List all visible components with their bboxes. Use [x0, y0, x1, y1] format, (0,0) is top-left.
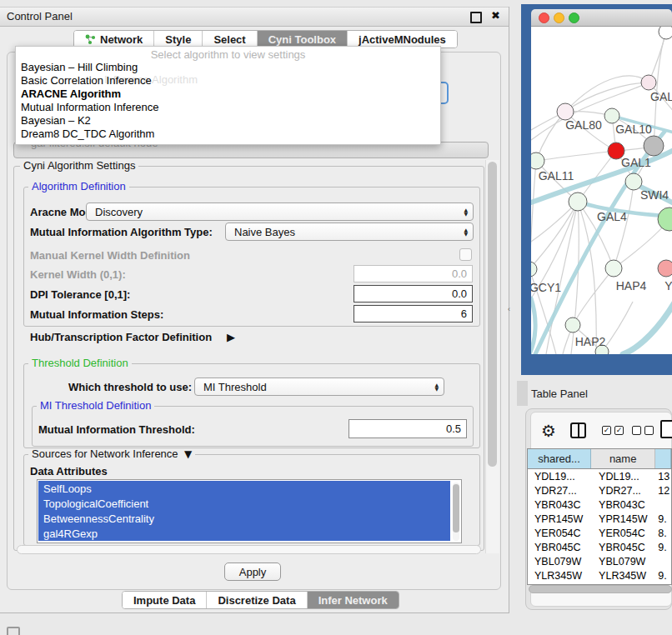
minimized-panel-icon[interactable] [7, 627, 20, 635]
cell[interactable]: YBR043C [528, 499, 591, 511]
node[interactable] [531, 152, 544, 169]
cell[interactable]: YBL079W [591, 556, 655, 568]
table-row[interactable]: YDL19... YDL19... 13 [528, 469, 671, 483]
tab-style[interactable]: Style [154, 31, 203, 48]
algorithm-option-selected[interactable]: ARACNE Algorithm [21, 88, 121, 101]
node[interactable] [565, 318, 580, 332]
cell[interactable]: 13 [655, 471, 671, 482]
algorithm-option[interactable]: Mutual Information Inference [21, 101, 158, 114]
gear-icon[interactable]: ⚙ [541, 421, 556, 441]
aracne-mode-select[interactable]: Discovery ▲▼ [86, 202, 474, 221]
list-item[interactable]: SelfLoops [38, 481, 450, 496]
network-canvas[interactable]: GAL GAL80 GAL10 GAL1 GAL11 SWI4 GAL4 GCY… [531, 27, 672, 354]
mi-type-select[interactable]: Naive Bayes ▲▼ [225, 222, 474, 241]
table-row[interactable]: YDR27... YDR27... 12 [528, 483, 671, 498]
which-threshold-select[interactable]: MI Threshold ▲▼ [194, 378, 444, 396]
node-label: GAL11 [539, 169, 574, 182]
dpi-tolerance-input[interactable]: 0.0 [354, 285, 473, 302]
cell[interactable]: 9. [655, 513, 671, 525]
node[interactable] [659, 27, 672, 39]
cell[interactable]: 9. [655, 570, 671, 582]
cell[interactable]: YDR27... [528, 485, 591, 497]
tab-cyni-toolbox[interactable]: Cyni Toolbox [258, 31, 348, 48]
column-header[interactable]: name [591, 449, 655, 468]
cell[interactable]: YLR345W [528, 570, 591, 582]
table-row[interactable]: YLR345W YLR345W 9. [528, 568, 671, 582]
table-horizontal-scrollbar[interactable] [529, 585, 672, 593]
scrollbar-thumb[interactable] [488, 162, 497, 467]
hub-expander-label[interactable]: Hub/Transcription Factor Definition [30, 331, 212, 343]
zoom-traffic-light[interactable] [569, 12, 579, 23]
manual-kernel-checkbox[interactable] [459, 248, 472, 261]
minimize-traffic-light[interactable] [554, 12, 564, 23]
algorithm-option[interactable]: Bayesian – Hill Climbing [21, 61, 138, 74]
node[interactable] [641, 75, 656, 90]
apply-button[interactable]: Apply [224, 562, 281, 581]
table-row[interactable]: YBR043C YBR043C [528, 498, 671, 512]
cell[interactable]: YLR345W [591, 570, 655, 582]
mi-threshold-input[interactable]: 0.5 [349, 419, 467, 438]
tab-network[interactable]: Network [74, 31, 154, 48]
tab-jactivemnodules[interactable]: jActiveMNodules [348, 31, 457, 48]
node[interactable] [557, 103, 574, 120]
tab-impute-data[interactable]: Impute Data [123, 592, 207, 608]
show-columns-icon[interactable]: ✓ ✓ [602, 426, 624, 435]
node[interactable] [625, 173, 642, 190]
cell[interactable]: YER054C [528, 528, 591, 539]
export-table-icon[interactable] [660, 420, 672, 438]
cell[interactable]: YDL19... [591, 471, 655, 482]
settings-vertical-scrollbar[interactable] [485, 160, 499, 553]
list-item[interactable]: gal4RGexp [38, 526, 450, 541]
cell[interactable]: 12 [655, 485, 671, 497]
data-attributes-list: SelfLoops TopologicalCoefficient Between… [37, 479, 462, 543]
cyni-algorithm-settings-title: Cyni Algorithm Settings [20, 160, 138, 172]
splitter-collapse-handle[interactable]: ‹ [508, 305, 510, 313]
cell[interactable]: YPR145W [591, 513, 655, 525]
column-header[interactable] [655, 449, 671, 468]
list-item[interactable]: BetweennessCentrality [38, 511, 450, 526]
table-row[interactable]: YBL079W YBL079W [528, 554, 671, 568]
node[interactable] [531, 262, 537, 277]
node[interactable] [658, 208, 672, 231]
table-row[interactable]: YER054C YER054C 8. [528, 526, 671, 540]
cell[interactable]: YBR045C [591, 542, 655, 553]
node[interactable] [605, 260, 622, 277]
node[interactable] [658, 260, 672, 277]
cell[interactable]: YPR145W [528, 513, 591, 525]
table-row[interactable]: YBR045C YBR045C 9. [528, 540, 671, 554]
tab-discretize-data[interactable]: Discretize Data [207, 592, 307, 608]
sources-expanded-icon[interactable]: ▼ [181, 448, 195, 460]
algorithm-option[interactable]: Bayesian – K2 [21, 114, 91, 128]
algorithm-option[interactable]: Dream8 DC_TDC Algorithm [21, 128, 154, 141]
float-window-icon[interactable] [470, 12, 482, 23]
cell[interactable]: 9. [655, 542, 671, 553]
list-vertical-scrollbar[interactable] [453, 482, 459, 541]
cell[interactable]: 8. [655, 528, 671, 539]
settings-horizontal-scrollbar[interactable] [17, 545, 481, 554]
tab-infer-network[interactable]: Infer Network [308, 592, 399, 608]
cell[interactable]: YER054C [591, 528, 655, 539]
list-item[interactable]: TopologicalCoefficient [38, 496, 450, 511]
tab-select[interactable]: Select [203, 31, 257, 48]
cell[interactable]: YDL19... [528, 471, 591, 482]
node[interactable] [604, 108, 619, 123]
cell[interactable]: YBL079W [528, 556, 591, 568]
hide-columns-icon[interactable] [632, 426, 654, 435]
cell[interactable]: YBR045C [528, 542, 591, 553]
network-graph: GAL GAL80 GAL10 GAL1 GAL11 SWI4 GAL4 GCY… [531, 27, 672, 354]
close-traffic-light[interactable] [539, 12, 549, 23]
sources-title[interactable]: Sources for Network Inference [28, 448, 182, 460]
kernel-width-input[interactable]: 0.0 [354, 265, 473, 282]
node[interactable] [644, 136, 664, 156]
network-window-titlebar[interactable] [531, 9, 672, 27]
cell[interactable]: YBR043C [591, 499, 655, 511]
node[interactable] [569, 192, 587, 211]
expander-collapsed-icon[interactable]: ▶ [227, 331, 235, 343]
node-label: SWI4 [640, 188, 669, 202]
table-row[interactable]: YPR145W YPR145W 9. [528, 512, 671, 526]
mi-steps-input[interactable]: 6 [354, 305, 473, 322]
close-icon[interactable]: ✖ [491, 9, 500, 22]
columns-icon[interactable] [570, 422, 586, 438]
column-header[interactable]: shared... [528, 449, 591, 468]
cell[interactable]: YDR27... [591, 485, 655, 497]
